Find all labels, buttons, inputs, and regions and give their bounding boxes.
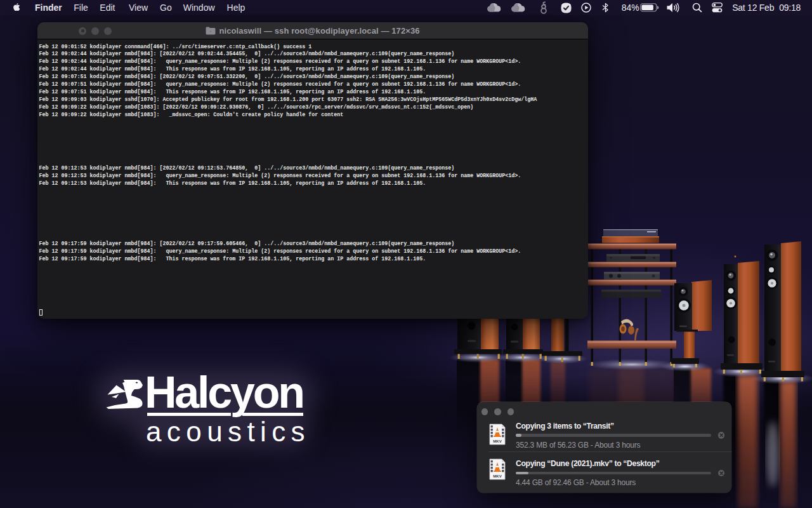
svg-text:MKV: MKV [493,438,502,443]
svg-text:MKV: MKV [493,474,502,478]
